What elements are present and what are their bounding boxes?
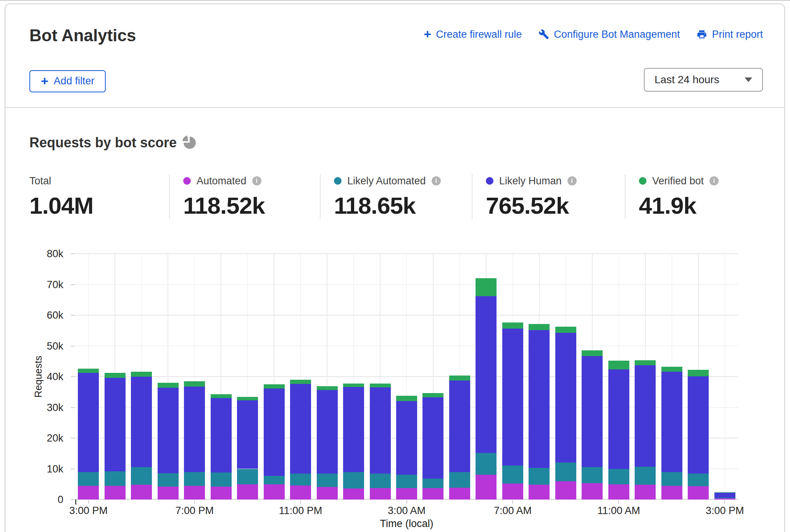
bar-segment-verified-bot bbox=[555, 327, 576, 333]
bar-segment-likely-human bbox=[131, 377, 152, 467]
y-tick-mark bbox=[71, 253, 75, 254]
stat-value: 765.52k bbox=[486, 192, 625, 219]
stat-label: Verified bot bbox=[652, 175, 704, 187]
x-tick-label: 11:00 PM bbox=[259, 505, 343, 517]
bar-segment-likely-human bbox=[449, 380, 470, 472]
bar-segment-likely-automated bbox=[264, 476, 285, 484]
header-actions: + Create firewall rule Configure Bot Man… bbox=[424, 28, 763, 41]
requests-by-bot-score-chart: Requests Time (local) 010k20k30k40k50k60… bbox=[5, 250, 784, 532]
bar-segment-likely-automated bbox=[131, 467, 152, 485]
bar-segment-likely-human bbox=[370, 387, 391, 474]
x-tick-mark bbox=[724, 500, 725, 504]
card-header: Bot Analytics + Create firewall rule Con… bbox=[5, 4, 784, 108]
create-firewall-rule-link[interactable]: + Create firewall rule bbox=[424, 28, 522, 41]
bar-segment-likely-human bbox=[264, 389, 285, 476]
bar-segment-verified-bot bbox=[476, 278, 497, 296]
bar-segment-verified-bot bbox=[131, 372, 152, 377]
bar-segment-automated bbox=[264, 484, 285, 500]
automated-dot bbox=[183, 177, 191, 185]
y-tick-label: 10k bbox=[5, 463, 63, 475]
bar-segment-verified-bot bbox=[661, 367, 682, 372]
wrench-icon bbox=[538, 29, 549, 40]
info-icon[interactable]: i bbox=[252, 176, 261, 185]
y-tick-mark bbox=[71, 407, 75, 408]
bar-segment-automated bbox=[555, 481, 576, 500]
bar-segment-automated bbox=[158, 487, 179, 500]
y-tick-mark bbox=[71, 315, 75, 316]
stats-row: Total 1.04M Automated i 118.52k Likely A… bbox=[5, 174, 784, 219]
page-top-rule bbox=[0, 0, 790, 1]
bot-analytics-card: Bot Analytics + Create firewall rule Con… bbox=[5, 3, 785, 532]
bar-segment-likely-automated bbox=[78, 472, 99, 486]
stat-likely-human: Likely Human i 765.52k bbox=[472, 174, 625, 219]
info-icon[interactable]: i bbox=[568, 176, 577, 185]
bar-segment-automated bbox=[290, 485, 311, 500]
bar-segment-verified-bot bbox=[264, 384, 285, 388]
bar-segment-verified-bot bbox=[608, 361, 629, 369]
bar-segment-likely-human bbox=[476, 296, 497, 453]
print-report-link[interactable]: Print report bbox=[696, 29, 763, 40]
bar-segment-likely-automated bbox=[184, 472, 205, 486]
x-tick-label: 7:00 AM bbox=[471, 505, 555, 517]
bar-segment-verified-bot bbox=[78, 369, 99, 373]
chart-plot[interactable] bbox=[75, 254, 738, 500]
bar-segment-likely-human bbox=[502, 329, 523, 466]
bar-segment-likely-human bbox=[661, 372, 682, 472]
x-axis-title: Time (local) bbox=[75, 518, 738, 530]
y-tick-label: 70k bbox=[5, 279, 63, 291]
bar-segment-verified-bot bbox=[237, 397, 258, 400]
bar-segment-verified-bot bbox=[396, 396, 417, 401]
bar-segment-automated bbox=[396, 488, 417, 500]
stat-value: 118.65k bbox=[334, 192, 472, 219]
bar-segment-automated bbox=[370, 488, 391, 500]
info-icon[interactable]: i bbox=[432, 176, 441, 185]
stat-value: 1.04M bbox=[29, 192, 169, 219]
stat-likely-automated: Likely Automated i 118.65k bbox=[320, 174, 472, 219]
bar-segment-automated bbox=[582, 483, 603, 500]
stat-value: 41.9k bbox=[639, 192, 784, 219]
bar-segment-likely-automated bbox=[237, 469, 258, 484]
chevron-down-icon bbox=[745, 77, 752, 82]
bar-segment-likely-automated bbox=[502, 466, 523, 484]
bar-segment-verified-bot bbox=[714, 492, 735, 493]
bar-segment-automated bbox=[714, 498, 735, 500]
action-label: Configure Bot Management bbox=[554, 29, 680, 40]
bar-segment-likely-automated bbox=[635, 467, 656, 485]
action-label: Create firewall rule bbox=[436, 29, 522, 40]
plus-icon: + bbox=[424, 27, 431, 40]
y-tick-mark bbox=[71, 438, 75, 438]
bar-segment-likely-human bbox=[635, 365, 656, 467]
bar-segment-verified-bot bbox=[502, 322, 523, 329]
x-tick-mark bbox=[88, 500, 89, 504]
axis-origin-tick bbox=[75, 500, 76, 505]
bar-segment-verified-bot bbox=[317, 386, 338, 390]
configure-bot-management-link[interactable]: Configure Bot Management bbox=[538, 29, 680, 40]
bar-segment-likely-automated bbox=[211, 472, 232, 487]
add-filter-button[interactable]: + Add filter bbox=[29, 70, 106, 92]
stat-label: Likely Automated bbox=[347, 175, 426, 187]
stat-automated: Automated i 118.52k bbox=[169, 174, 320, 219]
x-tick-mark bbox=[406, 500, 407, 504]
bar-segment-likely-human bbox=[211, 398, 232, 472]
stat-value: 118.52k bbox=[183, 192, 320, 219]
y-tick-mark bbox=[71, 376, 75, 377]
bar-segment-likely-human bbox=[237, 400, 258, 469]
bar-segment-verified-bot bbox=[449, 376, 470, 381]
bar-segment-automated bbox=[661, 486, 682, 500]
y-tick-label: 0 bbox=[5, 493, 63, 506]
time-range-dropdown[interactable]: Last 24 hours bbox=[644, 68, 763, 92]
bar-segment-automated bbox=[317, 487, 338, 500]
bar-segment-likely-human bbox=[582, 356, 603, 467]
bar-segment-automated bbox=[608, 484, 629, 500]
x-tick-label: 3:00 PM bbox=[683, 505, 767, 517]
bar-segment-likely-human bbox=[555, 333, 576, 463]
printer-icon bbox=[696, 29, 707, 40]
info-icon[interactable]: i bbox=[709, 176, 719, 185]
stat-verified-bot: Verified bot i 41.9k bbox=[625, 174, 784, 219]
stat-label: Likely Human bbox=[499, 175, 562, 187]
bar-segment-likely-automated bbox=[555, 463, 576, 481]
bar-segment-verified-bot bbox=[688, 370, 709, 376]
y-tick-label: 60k bbox=[5, 309, 63, 321]
bar-segment-likely-human bbox=[290, 384, 311, 474]
x-tick-mark bbox=[300, 500, 301, 504]
